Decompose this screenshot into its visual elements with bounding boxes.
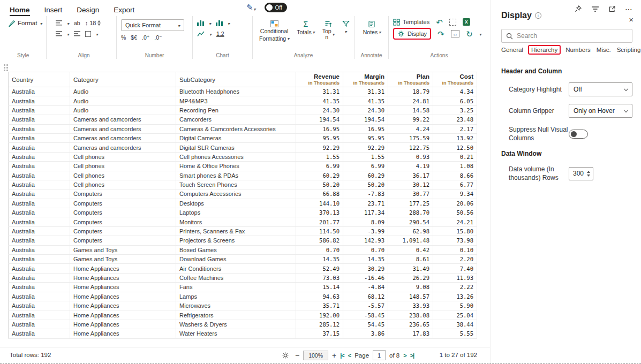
table-cell-number[interactable]: 60.29 (343, 171, 388, 180)
writeback-toggle[interactable]: Off (265, 3, 287, 12)
table-row[interactable]: AustraliaHome AppliancesWashers & Dryers… (9, 320, 477, 329)
table-cell-text[interactable]: Bluetooth Headphones (176, 87, 296, 96)
table-cell-number[interactable]: 9.34 (433, 189, 477, 199)
table-cell-number[interactable]: 52.49 (296, 264, 343, 273)
table-cell-text[interactable]: Cameras and camcorders (70, 124, 176, 133)
table-cell-number[interactable]: 586.82 (296, 236, 343, 245)
table-cell-number[interactable]: 3.25 (433, 105, 477, 115)
table-cell-number[interactable]: 4.19 (388, 162, 433, 171)
table-row[interactable]: AustraliaHome AppliancesCoffee Machines7… (9, 273, 477, 282)
table-cell-text[interactable]: Water Heaters (176, 329, 296, 338)
table-cell-text[interactable]: Australia (9, 180, 70, 189)
table-cell-number[interactable]: 9.08 (388, 283, 433, 292)
align-text-icon[interactable] (56, 20, 62, 26)
table-cell-text[interactable]: Australia (9, 96, 70, 105)
table-cell-text[interactable]: Refrigerators (176, 310, 296, 320)
table-cell-number[interactable]: 2.20 (433, 255, 477, 264)
table-row[interactable]: AustraliaCameras and camcordersCameras &… (9, 124, 477, 133)
table-cell-number[interactable]: 175.59 (388, 133, 433, 142)
zoom-level[interactable]: 100% (303, 351, 328, 360)
table-cell-number[interactable]: 11.93 (433, 273, 477, 282)
table-cell-number[interactable]: 148.57 (388, 292, 433, 301)
column-header-category[interactable]: Category (70, 72, 176, 87)
table-cell-number[interactable]: 14.35 (296, 255, 343, 264)
table-cell-number[interactable]: 31.49 (388, 264, 433, 273)
fit-width-icon[interactable]: ↔ (451, 30, 460, 37)
ribbon-tab-export[interactable]: Export (114, 6, 134, 16)
table-cell-number[interactable]: 114.50 (296, 226, 343, 236)
table-cell-number[interactable]: 2.22 (433, 283, 477, 292)
table-cell-text[interactable]: Cell phones (70, 180, 176, 189)
table-cell-text[interactable]: Computers (70, 236, 176, 245)
table-cell-text[interactable]: Australia (9, 236, 70, 245)
table-cell-text[interactable]: Cell phones (70, 152, 176, 161)
table-cell-number[interactable]: 236.65 (388, 320, 433, 329)
table-cell-text[interactable]: Australia (9, 273, 70, 282)
table-cell-text[interactable]: Microwaves (176, 301, 296, 310)
popout-icon[interactable] (608, 5, 616, 13)
more-options-icon[interactable]: ⋯ (625, 6, 632, 12)
table-cell-text[interactable]: Coffee Machines (176, 273, 296, 282)
table-cell-text[interactable]: Australia (9, 310, 70, 320)
table-cell-number[interactable]: 50.56 (433, 208, 477, 217)
table-cell-number[interactable]: 15.80 (433, 226, 477, 236)
settings-gear-icon[interactable] (282, 352, 289, 359)
bar-chart-icon[interactable] (197, 20, 204, 26)
table-row[interactable]: AustraliaHome AppliancesAir Conditioners… (9, 264, 477, 273)
column-header-margin[interactable]: Margin in Thousands (343, 72, 388, 87)
table-row[interactable]: AustraliaHome AppliancesRefrigerators192… (9, 310, 477, 320)
table-cell-text[interactable]: Audio (70, 87, 176, 96)
table-row[interactable]: AustraliaGames and ToysDownload Games14.… (9, 255, 477, 264)
table-cell-number[interactable]: 290.54 (388, 217, 433, 226)
pin-icon[interactable] (574, 5, 582, 13)
notes-button[interactable]: Notes (363, 20, 381, 35)
table-cell-number[interactable]: 192.00 (296, 310, 343, 320)
table-cell-number[interactable]: 15.14 (296, 283, 343, 292)
table-cell-number[interactable]: 8.66 (433, 171, 477, 180)
table-cell-number[interactable]: -3.99 (343, 226, 388, 236)
table-cell-text[interactable]: Computers (70, 199, 176, 208)
table-row[interactable]: AustraliaComputersComputers Accessories6… (9, 189, 477, 199)
refresh-button[interactable]: ↻ (466, 31, 473, 37)
table-cell-number[interactable]: 370.13 (296, 208, 343, 217)
table-cell-text[interactable]: Fans (176, 283, 296, 292)
table-cell-number[interactable]: 24.30 (343, 105, 388, 115)
filter-button[interactable] (342, 20, 350, 35)
table-cell-text[interactable]: Australia (9, 133, 70, 142)
table-cell-text[interactable]: Australia (9, 245, 70, 254)
table-cell-number[interactable]: 66.88 (296, 189, 343, 199)
table-cell-text[interactable]: Games and Toys (70, 255, 176, 264)
quick-format-dropdown[interactable]: Quick Format (121, 19, 184, 31)
table-cell-number[interactable]: 92.29 (343, 143, 388, 152)
spinner-up-icon[interactable] (587, 171, 590, 173)
table-cell-number[interactable]: 30.12 (388, 180, 433, 189)
totals-button[interactable]: Σ Totals (297, 20, 314, 35)
table-cell-number[interactable]: 18.79 (388, 87, 433, 96)
table-cell-number[interactable]: 95.95 (296, 133, 343, 142)
table-cell-number[interactable]: 0.93 (388, 152, 433, 161)
indent-icon[interactable] (74, 31, 80, 36)
search-box[interactable] (501, 29, 632, 43)
table-cell-number[interactable]: 1.55 (296, 152, 343, 161)
table-cell-number[interactable]: -58.45 (343, 310, 388, 320)
table-cell-text[interactable]: Recording Pen (176, 105, 296, 115)
table-row[interactable]: AustraliaCell phonesHome & Office Phones… (9, 162, 477, 171)
table-row[interactable]: AustraliaCameras and camcordersDigital S… (9, 143, 477, 152)
table-cell-number[interactable]: 99.22 (388, 115, 433, 124)
redo-button[interactable]: ↷ (438, 31, 444, 37)
table-cell-text[interactable]: Digital Cameras (176, 133, 296, 142)
undo-button[interactable]: ↶ (436, 19, 443, 26)
table-cell-text[interactable]: Projectors & Screens (176, 236, 296, 245)
table-cell-text[interactable]: Australia (9, 115, 70, 124)
table-cell-text[interactable]: Desktops (176, 199, 296, 208)
table-cell-number[interactable]: 238.08 (388, 310, 433, 320)
table-cell-number[interactable]: 24.21 (433, 217, 477, 226)
table-cell-text[interactable]: Computers Accessories (176, 189, 296, 199)
table-cell-text[interactable]: Home Appliances (70, 320, 176, 329)
font-size-value[interactable]: 18 (89, 20, 96, 26)
table-cell-number[interactable]: 36.17 (388, 171, 433, 180)
table-cell-number[interactable]: 54.45 (343, 320, 388, 329)
table-cell-text[interactable]: Australia (9, 87, 70, 96)
column-header-country[interactable]: Country (9, 72, 70, 87)
table-cell-number[interactable]: 0.42 (388, 245, 433, 254)
